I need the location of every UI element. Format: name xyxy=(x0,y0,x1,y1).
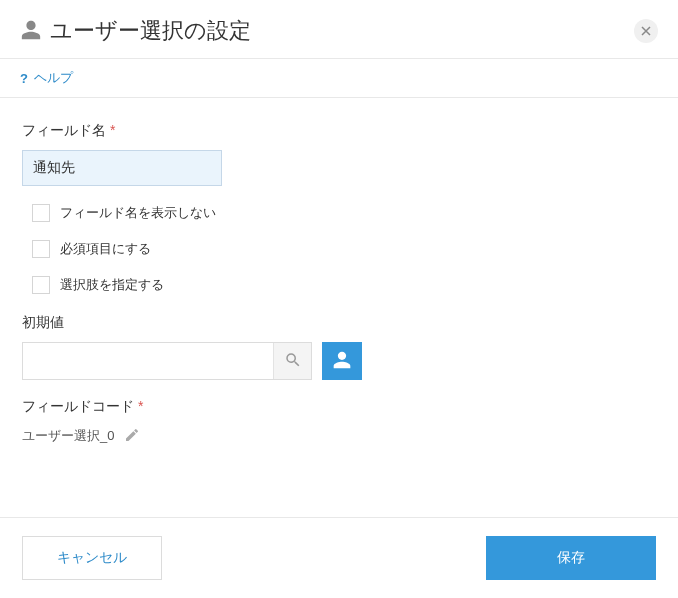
hide-field-name-checkbox[interactable] xyxy=(32,204,50,222)
initial-value-section: 初期値 xyxy=(22,314,656,380)
dialog-title-wrap: ユーザー選択の設定 xyxy=(20,16,251,46)
initial-value-input[interactable] xyxy=(23,343,273,379)
pencil-icon xyxy=(124,427,140,446)
initial-value-row xyxy=(22,342,656,380)
required-checkbox[interactable] xyxy=(32,240,50,258)
user-picker-button[interactable] xyxy=(322,342,362,380)
dialog-title: ユーザー選択の設定 xyxy=(50,16,251,46)
hide-field-name-label[interactable]: フィールド名を表示しない xyxy=(60,204,216,222)
hide-field-name-row: フィールド名を表示しない xyxy=(22,204,656,222)
field-name-input[interactable] xyxy=(22,150,222,186)
field-name-label-text: フィールド名 xyxy=(22,122,106,138)
required-row: 必須項目にする xyxy=(22,240,656,258)
field-code-label: フィールドコード * xyxy=(22,398,656,416)
user-picker-icon xyxy=(332,350,352,373)
restrict-options-checkbox[interactable] xyxy=(32,276,50,294)
required-label[interactable]: 必須項目にする xyxy=(60,240,151,258)
help-bar: ? ヘルプ xyxy=(0,58,678,98)
initial-value-search-wrap xyxy=(22,342,312,380)
save-button[interactable]: 保存 xyxy=(486,536,656,580)
required-mark: * xyxy=(138,398,143,414)
cancel-button[interactable]: キャンセル xyxy=(22,536,162,580)
initial-value-label: 初期値 xyxy=(22,314,656,332)
dialog-body: フィールド名 * フィールド名を表示しない 必須項目にする 選択肢を指定する 初… xyxy=(0,98,678,517)
field-code-value-row: ユーザー選択_0 xyxy=(22,426,656,446)
help-link[interactable]: ? ヘルプ xyxy=(20,69,73,87)
edit-field-code-button[interactable] xyxy=(122,426,142,446)
required-mark: * xyxy=(110,122,115,138)
field-code-section: フィールドコード * ユーザー選択_0 xyxy=(22,398,656,446)
checkbox-group: フィールド名を表示しない 必須項目にする 選択肢を指定する xyxy=(22,204,656,294)
dialog-footer: キャンセル 保存 xyxy=(0,517,678,598)
restrict-options-label[interactable]: 選択肢を指定する xyxy=(60,276,164,294)
user-icon xyxy=(20,19,42,44)
help-icon: ? xyxy=(20,71,28,86)
dialog-header: ユーザー選択の設定 xyxy=(0,0,678,58)
search-icon xyxy=(284,351,302,372)
restrict-options-row: 選択肢を指定する xyxy=(22,276,656,294)
field-code-value: ユーザー選択_0 xyxy=(22,427,114,445)
close-button[interactable] xyxy=(634,19,658,43)
user-select-settings-dialog: ユーザー選択の設定 ? ヘルプ フィールド名 * フィールド名を表示しない xyxy=(0,0,678,598)
field-name-label: フィールド名 * xyxy=(22,122,656,140)
field-code-label-text: フィールドコード xyxy=(22,398,134,414)
search-button[interactable] xyxy=(273,343,311,379)
help-label: ヘルプ xyxy=(34,69,73,87)
close-icon xyxy=(641,22,651,40)
